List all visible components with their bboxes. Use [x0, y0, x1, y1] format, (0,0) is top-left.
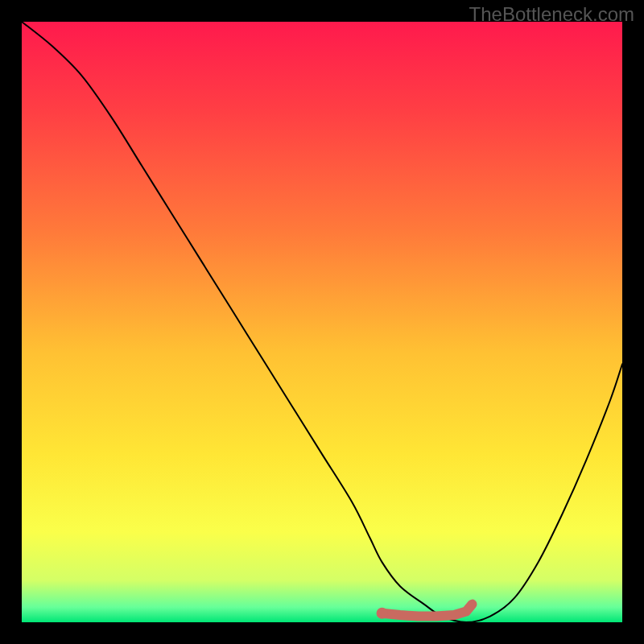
chart-lines	[22, 22, 622, 622]
svg-point-1	[377, 608, 388, 619]
bottleneck-curve	[22, 22, 622, 622]
chart-plot-area	[22, 22, 622, 622]
optimal-range-marker	[377, 605, 473, 619]
watermark-text: TheBottleneck.com	[469, 3, 634, 26]
